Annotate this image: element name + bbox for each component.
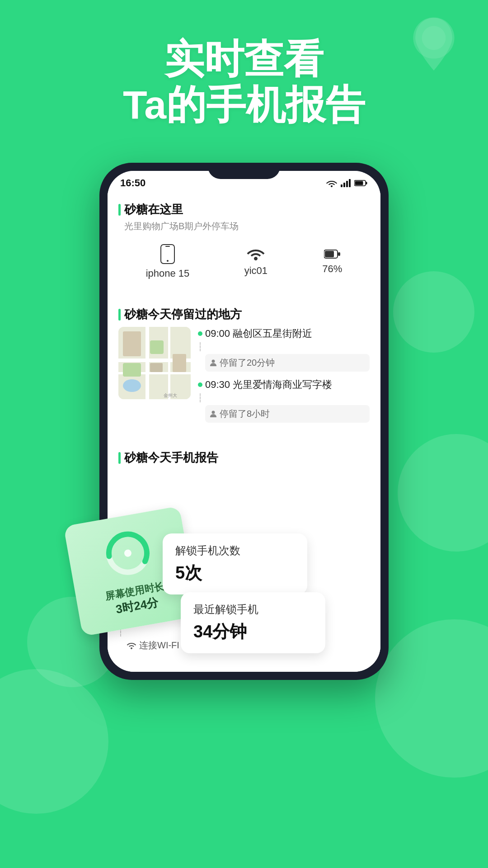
battery-device-icon xyxy=(324,249,340,259)
battery-item: 76% xyxy=(322,249,342,275)
floating-cards: 屏幕使用时长 3时24分 解锁手机次数 5次 最近解锁手机 34分钟 xyxy=(72,515,190,627)
location-section-title: 砂糖今天停留过的地方 xyxy=(118,307,370,322)
header: 实时查看 Ta的手机报告 xyxy=(0,0,488,146)
location-entry-2: 09:30 光里爱情海商业写字楼 停留了8小时 xyxy=(198,378,370,423)
svg-rect-2 xyxy=(341,184,343,187)
ring-chart-svg xyxy=(99,524,156,582)
svg-point-22 xyxy=(123,379,141,392)
signal-status-icon xyxy=(341,179,351,187)
wifi-status-icon xyxy=(326,179,337,187)
svg-rect-3 xyxy=(343,183,345,187)
user-section: 砂糖在这里 光里购物广场B期户外停车场 iphone 15 xyxy=(108,193,380,293)
location-section: 砂糖今天停留过的地方 xyxy=(108,297,380,436)
map-svg: 金州大 xyxy=(118,327,191,399)
user-location-subtitle: 光里购物广场B期户外停车场 xyxy=(124,220,370,232)
location-time-1: 09:00 融创区五星街附近 xyxy=(198,327,370,340)
title-bar-decoration xyxy=(118,204,121,216)
location-stay-1: 停留了20分钟 xyxy=(205,354,370,372)
last-unlock-card: 最近解锁手机 34分钟 xyxy=(181,592,325,653)
location-time-2: 09:30 光里爱情海商业写字楼 xyxy=(198,378,370,392)
dot-1 xyxy=(198,331,202,336)
status-icons xyxy=(326,179,368,187)
title-bar-deco-2 xyxy=(118,309,121,321)
person-pin-icon-2 xyxy=(210,410,217,418)
unlock-count-value: 5次 xyxy=(175,561,295,585)
last-unlock-value: 34分钟 xyxy=(193,620,313,643)
device-phone-item: iphone 15 xyxy=(146,244,190,279)
svg-point-35 xyxy=(124,549,132,557)
battery-status-icon xyxy=(354,179,368,187)
phone-notch xyxy=(208,163,280,179)
location-entry-1: 09:00 融创区五星街附近 停留了20分钟 xyxy=(198,327,370,372)
location-stay-2: 停留了8小时 xyxy=(205,405,370,423)
location-body: 金州大 09:00 融创区五星街附近 xyxy=(118,327,370,429)
phone-device-icon xyxy=(160,244,176,264)
header-title-line2: Ta的手机报告 xyxy=(27,82,461,127)
unlock-count-title: 解锁手机次数 xyxy=(175,543,295,558)
device-info-row: iphone 15 yic01 xyxy=(118,240,370,284)
svg-rect-8 xyxy=(366,182,367,184)
map-thumbnail: 金州大 xyxy=(118,327,191,399)
svg-rect-13 xyxy=(325,251,334,257)
svg-text:金州大: 金州大 xyxy=(164,393,177,398)
svg-rect-11 xyxy=(165,246,170,247)
svg-rect-4 xyxy=(346,181,348,187)
title-bar-deco-3 xyxy=(118,452,121,464)
svg-rect-5 xyxy=(349,179,351,187)
last-unlock-title: 最近解锁手机 xyxy=(193,602,313,617)
svg-rect-19 xyxy=(168,327,170,399)
header-title-line1: 实时查看 xyxy=(27,36,461,82)
location-list: 09:00 融创区五星街附近 停留了20分钟 xyxy=(198,327,370,429)
wifi-name-label: yic01 xyxy=(244,265,267,277)
battery-label: 76% xyxy=(322,263,342,275)
svg-point-10 xyxy=(167,260,169,262)
dot-2 xyxy=(198,382,202,387)
svg-point-28 xyxy=(212,410,215,414)
svg-rect-25 xyxy=(173,354,186,372)
user-section-title: 砂糖在这里 xyxy=(118,202,370,217)
wifi-device-icon xyxy=(247,247,265,261)
svg-rect-23 xyxy=(123,331,141,356)
svg-rect-7 xyxy=(355,181,363,185)
svg-point-27 xyxy=(212,359,215,363)
phone-mockup: 16:50 xyxy=(99,163,389,680)
unlock-count-card: 解锁手机次数 5次 xyxy=(163,533,307,594)
svg-rect-21 xyxy=(150,340,164,354)
svg-rect-24 xyxy=(150,363,163,372)
person-pin-icon-1 xyxy=(210,359,217,367)
device-name-label: iphone 15 xyxy=(146,268,190,279)
svg-rect-20 xyxy=(123,363,141,377)
status-time: 16:50 xyxy=(120,177,145,189)
ring-chart xyxy=(99,524,156,582)
wifi-item: yic01 xyxy=(244,247,267,277)
svg-rect-14 xyxy=(338,252,340,256)
report-section-title: 砂糖今天手机报告 xyxy=(118,450,370,466)
wifi-network-icon xyxy=(127,642,136,649)
svg-rect-18 xyxy=(145,327,149,399)
